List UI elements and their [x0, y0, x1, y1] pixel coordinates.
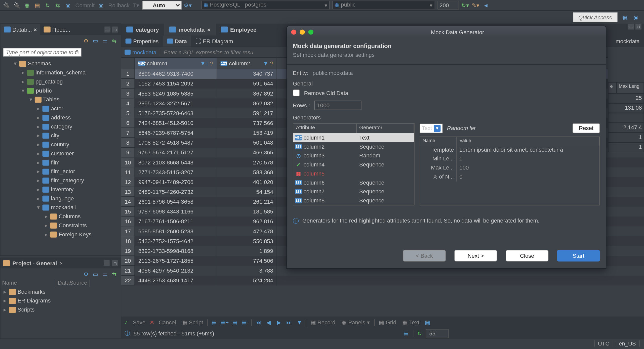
dup-row-icon[interactable]: ▤: [231, 319, 239, 326]
tab-database[interactable]: Datab... ×: [1, 24, 41, 35]
record-button[interactable]: ▦ Record: [309, 319, 337, 326]
close-window-icon[interactable]: [291, 29, 296, 34]
minimize-window-icon[interactable]: [300, 29, 305, 34]
maximize-icon[interactable]: □: [635, 24, 641, 30]
list-item[interactable]: ▸ER Diagrams: [1, 296, 121, 305]
limit-input[interactable]: [437, 1, 459, 9]
help-icon[interactable]: ?: [270, 60, 273, 67]
tab-mockdata[interactable]: mockdata×: [164, 24, 216, 36]
minimize-icon[interactable]: —: [104, 27, 110, 33]
dialog-titlebar[interactable]: Mock Data Generator: [287, 26, 606, 38]
generator-type-select[interactable]: Text▼: [420, 123, 443, 133]
commit-icon[interactable]: ◉: [64, 1, 72, 9]
cancel-button[interactable]: Cancel: [157, 319, 178, 326]
back-icon[interactable]: ◄: [482, 1, 490, 9]
collapse-icon[interactable]: ▭: [92, 37, 99, 45]
refresh-icon[interactable]: ↻: [44, 1, 52, 9]
tree-item[interactable]: ▸address: [1, 113, 121, 122]
tab-employee[interactable]: Employee: [216, 24, 262, 36]
zoom-window-icon[interactable]: [308, 29, 313, 34]
tab-projects[interactable]: Прое...: [40, 24, 74, 35]
generator-row[interactable]: ✓column4Sequence: [293, 160, 414, 169]
add-icon[interactable]: ▭: [101, 270, 109, 278]
maximize-icon[interactable]: □: [112, 27, 118, 33]
export-icon[interactable]: ▤: [402, 330, 410, 337]
tab-category[interactable]: category: [121, 24, 164, 36]
filter-icon[interactable]: ▼: [263, 60, 268, 67]
generator-row[interactable]: 123column6Sequence: [293, 178, 414, 187]
tree-item[interactable]: ▸Foreign Keys: [1, 230, 121, 239]
rollback-icon[interactable]: ◉: [97, 1, 105, 9]
tree-item[interactable]: ▸film_category: [1, 176, 121, 185]
tree-item[interactable]: ▸film: [1, 158, 121, 167]
dbeaver-icon[interactable]: ◉: [632, 13, 640, 21]
tree-item[interactable]: ▸country: [1, 140, 121, 149]
del-row-icon[interactable]: ▤-: [241, 319, 249, 326]
close-button[interactable]: Close: [506, 250, 548, 261]
tree-item[interactable]: ▸pg_catalog: [1, 77, 121, 86]
link-icon[interactable]: ▭: [101, 37, 109, 45]
property-row[interactable]: Max Le...100: [420, 163, 599, 172]
maximize-icon[interactable]: □: [112, 260, 118, 266]
tree-item[interactable]: ▸language: [1, 194, 121, 203]
refresh2-icon[interactable]: ↻▾: [461, 1, 469, 9]
reset-button[interactable]: Reset: [573, 123, 600, 133]
panels-button[interactable]: ▦ Panels ▾: [340, 319, 372, 326]
column-header-1[interactable]: ABC column1 ▼↕ ?: [135, 58, 217, 69]
list-item[interactable]: ▸Scripts: [1, 305, 121, 314]
generator-row[interactable]: 123column7Sequence: [293, 187, 414, 196]
tree-tables[interactable]: ▾Tables: [1, 95, 121, 104]
property-row[interactable]: Min Le...1: [420, 154, 599, 163]
script-button[interactable]: ▦ Script: [180, 319, 205, 326]
plug2-icon[interactable]: 🔌: [13, 1, 21, 9]
generator-row[interactable]: 123column8Sequence: [293, 196, 414, 205]
copy-icon[interactable]: ▭: [92, 270, 99, 278]
connect-icon[interactable]: ⇆: [54, 1, 62, 9]
tree-item[interactable]: ▸actor: [1, 104, 121, 113]
generator-row[interactable]: ABCcolumn1Text: [293, 133, 414, 142]
tree-item[interactable]: ▾mockada1: [1, 203, 121, 212]
column-header-2[interactable]: 123 column2 ▼ ?: [217, 58, 277, 69]
close-icon[interactable]: ×: [34, 26, 37, 33]
schema-select[interactable]: ▦ public: [332, 1, 435, 9]
sql-icon[interactable]: ▦: [23, 1, 31, 9]
generator-row[interactable]: ▦column5: [293, 169, 414, 178]
property-row[interactable]: TemplateLorem ipsum dolor sit amet, cons…: [420, 146, 599, 155]
quick-access[interactable]: Quick Access: [573, 12, 617, 22]
next-button[interactable]: Next >: [454, 250, 497, 261]
generator-row[interactable]: ◷column3Random: [293, 151, 414, 160]
save-button[interactable]: Save: [131, 319, 147, 326]
tree-filter-input[interactable]: [3, 48, 81, 57]
text-button[interactable]: ▦ Text: [400, 319, 421, 326]
script-icon[interactable]: ▤: [33, 1, 41, 9]
grid-button[interactable]: ▦ Grid: [377, 319, 398, 326]
filter-icon[interactable]: ▼↕: [200, 60, 209, 67]
first-icon[interactable]: ⏮: [255, 319, 262, 326]
tab-properties[interactable]: Properties: [121, 35, 163, 47]
minimize-icon[interactable]: —: [628, 24, 634, 30]
table-row[interactable]: 224448-2753-4639-1417524,284: [121, 276, 644, 285]
tree-item[interactable]: ▸category: [1, 122, 121, 131]
remove-old-checkbox[interactable]: [293, 90, 300, 96]
tab-data[interactable]: Data: [163, 35, 191, 47]
prev-icon[interactable]: ◀: [265, 319, 272, 326]
gear-icon[interactable]: ⚙: [82, 270, 90, 278]
close-icon[interactable]: ×: [60, 260, 63, 267]
edit-row-icon[interactable]: ▤: [210, 319, 218, 326]
tree-item[interactable]: ▸Columns: [1, 212, 121, 221]
close-icon[interactable]: ×: [207, 26, 211, 33]
tree-item[interactable]: ▸film_actor: [1, 167, 121, 176]
tree-public[interactable]: ▾public: [1, 86, 121, 95]
tree-item[interactable]: ▸information_schema: [1, 68, 121, 77]
rows-input[interactable]: [314, 101, 361, 110]
rollback-button[interactable]: Rollback: [108, 2, 130, 9]
tree-item[interactable]: ▸customer: [1, 149, 121, 158]
gear-icon[interactable]: ⚙: [82, 37, 90, 45]
sync-icon[interactable]: ⇆: [110, 270, 118, 278]
auto-select[interactable]: Auto: [142, 1, 181, 9]
perspective-icon[interactable]: ▦: [621, 13, 629, 21]
start-button[interactable]: Start: [557, 250, 600, 261]
add-row-icon[interactable]: ▤+: [221, 319, 228, 326]
property-row[interactable]: % of N...0: [420, 172, 599, 182]
tab-er[interactable]: ⛶ER Diagram: [191, 35, 237, 47]
